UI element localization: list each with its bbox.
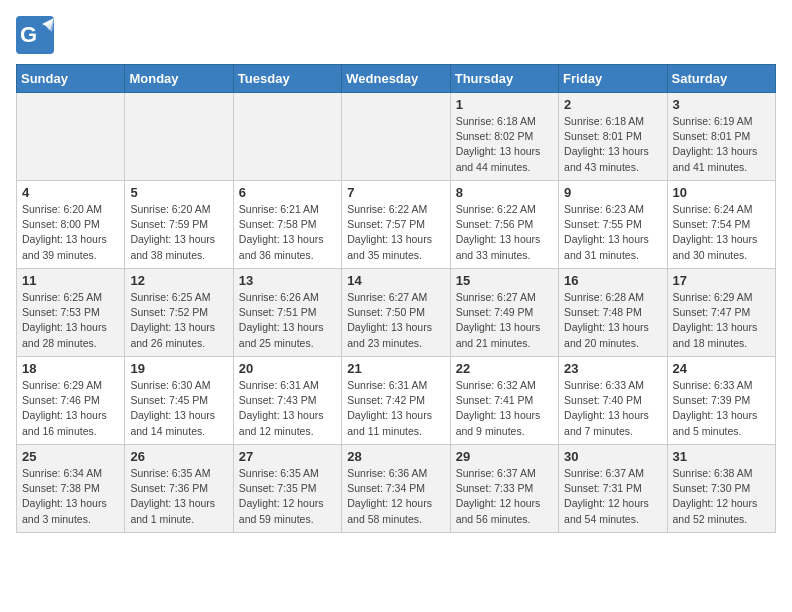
day-number: 31 [673, 449, 770, 464]
day-number: 30 [564, 449, 661, 464]
table-row [125, 93, 233, 181]
day-info: Sunrise: 6:20 AM Sunset: 8:00 PM Dayligh… [22, 202, 119, 263]
calendar-week-1: 1Sunrise: 6:18 AM Sunset: 8:02 PM Daylig… [17, 93, 776, 181]
table-row: 29Sunrise: 6:37 AM Sunset: 7:33 PM Dayli… [450, 445, 558, 533]
table-row: 18Sunrise: 6:29 AM Sunset: 7:46 PM Dayli… [17, 357, 125, 445]
day-number: 4 [22, 185, 119, 200]
day-number: 17 [673, 273, 770, 288]
day-number: 12 [130, 273, 227, 288]
day-info: Sunrise: 6:18 AM Sunset: 8:01 PM Dayligh… [564, 114, 661, 175]
table-row: 16Sunrise: 6:28 AM Sunset: 7:48 PM Dayli… [559, 269, 667, 357]
day-info: Sunrise: 6:28 AM Sunset: 7:48 PM Dayligh… [564, 290, 661, 351]
table-row: 7Sunrise: 6:22 AM Sunset: 7:57 PM Daylig… [342, 181, 450, 269]
table-row [17, 93, 125, 181]
calendar-table: SundayMondayTuesdayWednesdayThursdayFrid… [16, 64, 776, 533]
day-number: 25 [22, 449, 119, 464]
weekday-header-row: SundayMondayTuesdayWednesdayThursdayFrid… [17, 65, 776, 93]
calendar-week-2: 4Sunrise: 6:20 AM Sunset: 8:00 PM Daylig… [17, 181, 776, 269]
day-number: 3 [673, 97, 770, 112]
table-row: 8Sunrise: 6:22 AM Sunset: 7:56 PM Daylig… [450, 181, 558, 269]
day-info: Sunrise: 6:29 AM Sunset: 7:46 PM Dayligh… [22, 378, 119, 439]
table-row: 25Sunrise: 6:34 AM Sunset: 7:38 PM Dayli… [17, 445, 125, 533]
table-row: 13Sunrise: 6:26 AM Sunset: 7:51 PM Dayli… [233, 269, 341, 357]
day-number: 10 [673, 185, 770, 200]
day-number: 28 [347, 449, 444, 464]
day-number: 16 [564, 273, 661, 288]
weekday-header-sunday: Sunday [17, 65, 125, 93]
day-number: 14 [347, 273, 444, 288]
weekday-header-friday: Friday [559, 65, 667, 93]
svg-text:G: G [20, 22, 37, 47]
day-number: 1 [456, 97, 553, 112]
calendar-header: SundayMondayTuesdayWednesdayThursdayFrid… [17, 65, 776, 93]
day-info: Sunrise: 6:31 AM Sunset: 7:43 PM Dayligh… [239, 378, 336, 439]
table-row: 27Sunrise: 6:35 AM Sunset: 7:35 PM Dayli… [233, 445, 341, 533]
day-info: Sunrise: 6:33 AM Sunset: 7:40 PM Dayligh… [564, 378, 661, 439]
day-info: Sunrise: 6:24 AM Sunset: 7:54 PM Dayligh… [673, 202, 770, 263]
table-row: 22Sunrise: 6:32 AM Sunset: 7:41 PM Dayli… [450, 357, 558, 445]
day-number: 23 [564, 361, 661, 376]
day-info: Sunrise: 6:20 AM Sunset: 7:59 PM Dayligh… [130, 202, 227, 263]
day-info: Sunrise: 6:26 AM Sunset: 7:51 PM Dayligh… [239, 290, 336, 351]
day-info: Sunrise: 6:31 AM Sunset: 7:42 PM Dayligh… [347, 378, 444, 439]
table-row: 23Sunrise: 6:33 AM Sunset: 7:40 PM Dayli… [559, 357, 667, 445]
day-info: Sunrise: 6:18 AM Sunset: 8:02 PM Dayligh… [456, 114, 553, 175]
day-number: 27 [239, 449, 336, 464]
table-row: 12Sunrise: 6:25 AM Sunset: 7:52 PM Dayli… [125, 269, 233, 357]
table-row: 10Sunrise: 6:24 AM Sunset: 7:54 PM Dayli… [667, 181, 775, 269]
table-row: 26Sunrise: 6:35 AM Sunset: 7:36 PM Dayli… [125, 445, 233, 533]
table-row: 21Sunrise: 6:31 AM Sunset: 7:42 PM Dayli… [342, 357, 450, 445]
calendar-week-3: 11Sunrise: 6:25 AM Sunset: 7:53 PM Dayli… [17, 269, 776, 357]
weekday-header-tuesday: Tuesday [233, 65, 341, 93]
day-info: Sunrise: 6:27 AM Sunset: 7:49 PM Dayligh… [456, 290, 553, 351]
day-info: Sunrise: 6:32 AM Sunset: 7:41 PM Dayligh… [456, 378, 553, 439]
day-number: 18 [22, 361, 119, 376]
day-number: 5 [130, 185, 227, 200]
day-number: 19 [130, 361, 227, 376]
table-row: 24Sunrise: 6:33 AM Sunset: 7:39 PM Dayli… [667, 357, 775, 445]
day-info: Sunrise: 6:27 AM Sunset: 7:50 PM Dayligh… [347, 290, 444, 351]
day-info: Sunrise: 6:37 AM Sunset: 7:33 PM Dayligh… [456, 466, 553, 527]
day-info: Sunrise: 6:37 AM Sunset: 7:31 PM Dayligh… [564, 466, 661, 527]
weekday-header-wednesday: Wednesday [342, 65, 450, 93]
day-info: Sunrise: 6:19 AM Sunset: 8:01 PM Dayligh… [673, 114, 770, 175]
weekday-header-saturday: Saturday [667, 65, 775, 93]
day-number: 11 [22, 273, 119, 288]
weekday-header-thursday: Thursday [450, 65, 558, 93]
table-row: 5Sunrise: 6:20 AM Sunset: 7:59 PM Daylig… [125, 181, 233, 269]
day-number: 20 [239, 361, 336, 376]
day-info: Sunrise: 6:22 AM Sunset: 7:57 PM Dayligh… [347, 202, 444, 263]
weekday-header-monday: Monday [125, 65, 233, 93]
day-number: 29 [456, 449, 553, 464]
table-row: 11Sunrise: 6:25 AM Sunset: 7:53 PM Dayli… [17, 269, 125, 357]
table-row: 4Sunrise: 6:20 AM Sunset: 8:00 PM Daylig… [17, 181, 125, 269]
day-info: Sunrise: 6:35 AM Sunset: 7:36 PM Dayligh… [130, 466, 227, 527]
day-info: Sunrise: 6:25 AM Sunset: 7:52 PM Dayligh… [130, 290, 227, 351]
logo-icon: G [16, 16, 54, 54]
day-info: Sunrise: 6:33 AM Sunset: 7:39 PM Dayligh… [673, 378, 770, 439]
calendar-week-5: 25Sunrise: 6:34 AM Sunset: 7:38 PM Dayli… [17, 445, 776, 533]
table-row: 20Sunrise: 6:31 AM Sunset: 7:43 PM Dayli… [233, 357, 341, 445]
table-row: 28Sunrise: 6:36 AM Sunset: 7:34 PM Dayli… [342, 445, 450, 533]
table-row: 19Sunrise: 6:30 AM Sunset: 7:45 PM Dayli… [125, 357, 233, 445]
calendar-body: 1Sunrise: 6:18 AM Sunset: 8:02 PM Daylig… [17, 93, 776, 533]
table-row: 30Sunrise: 6:37 AM Sunset: 7:31 PM Dayli… [559, 445, 667, 533]
day-number: 21 [347, 361, 444, 376]
logo: G [16, 16, 58, 54]
table-row: 1Sunrise: 6:18 AM Sunset: 8:02 PM Daylig… [450, 93, 558, 181]
day-info: Sunrise: 6:36 AM Sunset: 7:34 PM Dayligh… [347, 466, 444, 527]
day-number: 7 [347, 185, 444, 200]
day-info: Sunrise: 6:23 AM Sunset: 7:55 PM Dayligh… [564, 202, 661, 263]
day-info: Sunrise: 6:25 AM Sunset: 7:53 PM Dayligh… [22, 290, 119, 351]
day-info: Sunrise: 6:22 AM Sunset: 7:56 PM Dayligh… [456, 202, 553, 263]
day-info: Sunrise: 6:35 AM Sunset: 7:35 PM Dayligh… [239, 466, 336, 527]
table-row: 6Sunrise: 6:21 AM Sunset: 7:58 PM Daylig… [233, 181, 341, 269]
day-number: 2 [564, 97, 661, 112]
table-row [233, 93, 341, 181]
day-number: 15 [456, 273, 553, 288]
day-info: Sunrise: 6:34 AM Sunset: 7:38 PM Dayligh… [22, 466, 119, 527]
day-number: 24 [673, 361, 770, 376]
calendar-week-4: 18Sunrise: 6:29 AM Sunset: 7:46 PM Dayli… [17, 357, 776, 445]
table-row: 15Sunrise: 6:27 AM Sunset: 7:49 PM Dayli… [450, 269, 558, 357]
day-info: Sunrise: 6:38 AM Sunset: 7:30 PM Dayligh… [673, 466, 770, 527]
